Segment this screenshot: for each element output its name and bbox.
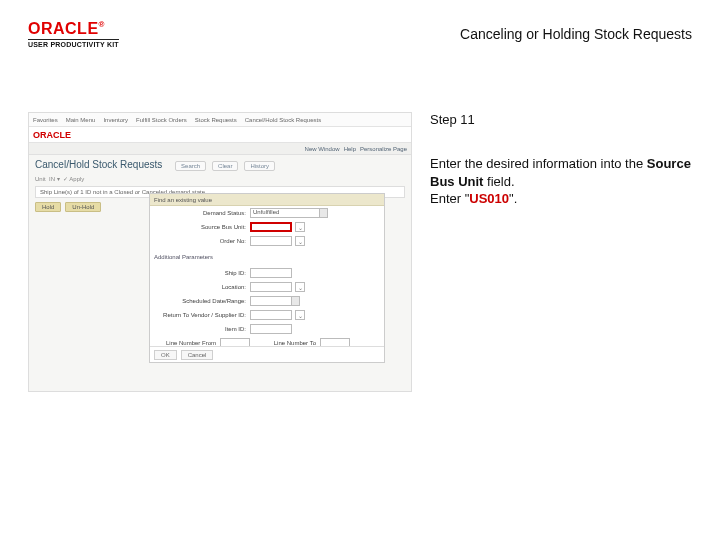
page-title: Canceling or Holding Stock Requests bbox=[460, 26, 692, 42]
item-id-input[interactable] bbox=[250, 324, 292, 334]
ok-button[interactable]: OK bbox=[154, 350, 177, 360]
ship-id-input[interactable] bbox=[250, 268, 292, 278]
brand-row: ORACLE bbox=[29, 127, 411, 143]
logo-reg: ® bbox=[99, 20, 105, 29]
instruction-body: Enter the desired information into the S… bbox=[430, 155, 692, 208]
step-label: Step 11 bbox=[430, 112, 692, 127]
entry-value: US010 bbox=[469, 191, 509, 206]
lookup-icon[interactable]: ⌄ bbox=[295, 236, 305, 246]
instruction-panel: Step 11 Enter the desired information in… bbox=[430, 112, 692, 208]
panel-header: Find an existing value bbox=[150, 194, 384, 206]
clear-button[interactable]: Clear bbox=[212, 161, 238, 171]
vendor-id-input[interactable] bbox=[250, 310, 292, 320]
utility-bar: New Window Help Personalize Page bbox=[29, 143, 411, 155]
order-no-input[interactable] bbox=[250, 236, 292, 246]
logo-text: ORACLE bbox=[28, 20, 99, 37]
brand-text: ORACLE bbox=[33, 130, 71, 140]
search-button[interactable]: Search bbox=[175, 161, 206, 171]
chevron-down-icon[interactable] bbox=[292, 296, 300, 306]
form-title: Cancel/Hold Stock Requests Search Clear … bbox=[29, 155, 411, 175]
oracle-logo: ORACLE® USER PRODUCTIVITY KIT bbox=[28, 20, 119, 48]
chevron-down-icon[interactable] bbox=[320, 208, 328, 218]
lookup-icon[interactable]: ⌄ bbox=[295, 310, 305, 320]
unhold-chip[interactable]: Un-Hold bbox=[65, 202, 101, 212]
form-crumb: Unit IN ▾ ✓ Apply bbox=[29, 175, 411, 184]
cancel-button[interactable]: Cancel bbox=[181, 350, 214, 360]
lookup-icon[interactable]: ⌄ bbox=[295, 222, 305, 232]
source-bus-unit-input[interactable] bbox=[250, 222, 292, 232]
form-panel: Find an existing value Demand Status: Un… bbox=[149, 193, 385, 363]
sched-date-input[interactable] bbox=[250, 296, 292, 306]
lookup-icon[interactable]: ⌄ bbox=[295, 282, 305, 292]
demand-status-select[interactable]: Unfulfilled bbox=[250, 208, 320, 218]
logo-subtitle: USER PRODUCTIVITY KIT bbox=[28, 39, 119, 48]
app-screenshot: Favorites Main Menu Inventory Fulfill St… bbox=[28, 112, 412, 392]
panel-footer: OK Cancel bbox=[150, 346, 384, 362]
hold-chip[interactable]: Hold bbox=[35, 202, 61, 212]
location-input[interactable] bbox=[250, 282, 292, 292]
breadcrumb: Favorites Main Menu Inventory Fulfill St… bbox=[29, 113, 411, 127]
history-button[interactable]: History bbox=[244, 161, 275, 171]
